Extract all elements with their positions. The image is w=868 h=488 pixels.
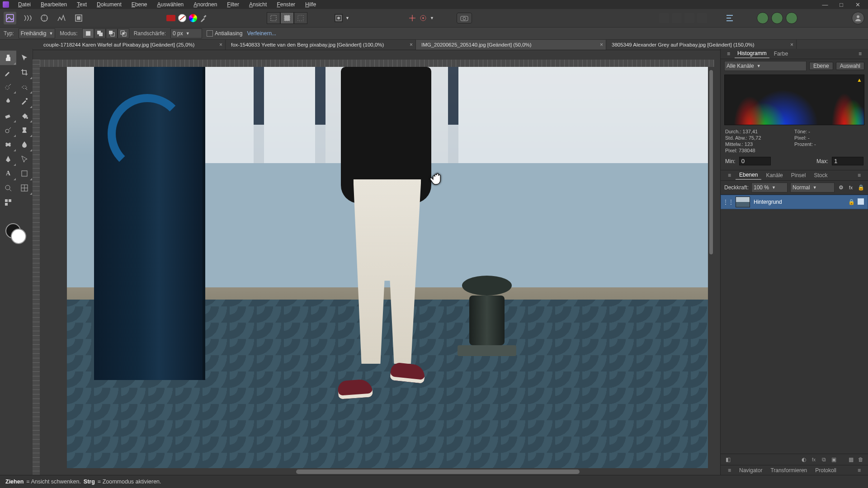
document-tab[interactable]: 3805349 Alexander Grey auf Pixabay.jpg [… bbox=[606, 40, 797, 50]
color-picker-icon[interactable] bbox=[200, 14, 208, 22]
blend-combo[interactable]: Normal▼ bbox=[790, 183, 835, 192]
marquee-rect-button[interactable] bbox=[267, 12, 280, 24]
export-persona-button[interactable] bbox=[72, 12, 85, 24]
arrange-back-button[interactable] bbox=[659, 13, 669, 23]
pen-tool[interactable] bbox=[0, 152, 16, 166]
close-tab-icon[interactable]: × bbox=[790, 42, 793, 48]
fx-icon[interactable]: fx bbox=[847, 184, 854, 191]
liquify-persona-button[interactable] bbox=[21, 12, 33, 24]
menu-ebene[interactable]: Ebene bbox=[127, 0, 152, 9]
chevron-down-icon[interactable]: ▼ bbox=[345, 16, 349, 20]
menu-text[interactable]: Text bbox=[72, 0, 91, 9]
menu-ansicht[interactable]: Ansicht bbox=[245, 0, 271, 9]
camera-button[interactable] bbox=[457, 13, 472, 23]
layer-list[interactable]: ⋮⋮ Hintergrund 🔒 bbox=[721, 195, 868, 454]
lock-icon[interactable]: 🔒 bbox=[857, 184, 864, 191]
menu-datei[interactable]: Datei bbox=[14, 0, 35, 9]
typ-combo[interactable]: Freihändig ▼ bbox=[19, 28, 56, 38]
channels-tab[interactable]: Kanäle bbox=[762, 171, 786, 179]
canvas-viewport[interactable] bbox=[40, 67, 714, 468]
document-tab[interactable]: couple-1718244 Karen Warfel auf Pixabay.… bbox=[38, 40, 226, 50]
layer-name[interactable]: Hintergrund bbox=[754, 199, 782, 205]
gear-icon[interactable]: ⚙ bbox=[837, 184, 844, 191]
mode-intersect-button[interactable] bbox=[118, 28, 129, 38]
brushes-tab[interactable]: Pinsel bbox=[788, 171, 810, 179]
close-button[interactable]: ✕ bbox=[850, 1, 865, 8]
maximize-button[interactable]: □ bbox=[834, 1, 849, 8]
fx-icon[interactable]: fx bbox=[810, 456, 817, 463]
account-avatar[interactable] bbox=[852, 12, 864, 24]
move-tool[interactable] bbox=[16, 51, 33, 65]
navigator-tab[interactable]: Navigator bbox=[736, 466, 766, 474]
layer-row[interactable]: ⋮⋮ Hintergrund 🔒 bbox=[721, 195, 868, 209]
stock-tab[interactable]: Stock bbox=[810, 171, 831, 179]
antialias-checkbox[interactable]: Antialiasing bbox=[207, 30, 242, 37]
mask-layer-icon[interactable]: ▣ bbox=[830, 456, 837, 463]
live-filter-icon[interactable]: ⧉ bbox=[820, 456, 827, 463]
sync-a-button[interactable] bbox=[757, 12, 769, 24]
sync-c-button[interactable] bbox=[786, 12, 797, 24]
close-tab-icon[interactable]: × bbox=[410, 42, 413, 48]
menu-bearbeiten[interactable]: Bearbeiten bbox=[36, 0, 71, 9]
delete-layer-icon[interactable]: 🗑 bbox=[857, 456, 864, 463]
blur-tool[interactable] bbox=[16, 137, 33, 152]
shape-tool[interactable] bbox=[16, 166, 33, 181]
menu-auswaehlen[interactable]: Auswählen bbox=[153, 0, 189, 9]
history-tab[interactable]: Protokoll bbox=[811, 466, 840, 474]
mode-add-button[interactable] bbox=[94, 28, 106, 38]
color-swatches[interactable] bbox=[5, 223, 26, 244]
node-tool[interactable] bbox=[16, 152, 33, 166]
close-tab-icon[interactable]: × bbox=[219, 42, 222, 48]
view-tool[interactable] bbox=[0, 51, 16, 65]
opacity-combo[interactable]: 100 %▼ bbox=[751, 183, 788, 192]
hist-max-input[interactable] bbox=[832, 157, 863, 165]
snap-target-icon[interactable] bbox=[419, 14, 427, 22]
layer-scope-button[interactable]: Ebene bbox=[809, 62, 833, 70]
layer-visible-checkbox[interactable] bbox=[858, 198, 864, 205]
arrange-backward-button[interactable] bbox=[672, 13, 682, 23]
photo-persona-button[interactable] bbox=[4, 12, 16, 24]
menu-dokument[interactable]: Dokument bbox=[92, 0, 126, 9]
layer-thumbnail[interactable] bbox=[736, 197, 750, 207]
panel-menu-icon[interactable]: ≡ bbox=[854, 171, 864, 179]
adjustment-icon[interactable]: ◐ bbox=[800, 456, 807, 463]
menu-hilfe[interactable]: Hilfe bbox=[301, 0, 321, 9]
clip-warning-icon[interactable]: ▲ bbox=[857, 77, 862, 83]
mode-subtract-button[interactable] bbox=[106, 28, 118, 38]
feather-input[interactable]: 0 px ▼ bbox=[170, 28, 202, 38]
flood-select-tool[interactable] bbox=[0, 94, 16, 108]
transform-tab[interactable]: Transformieren bbox=[767, 466, 811, 474]
marquee-filled-button[interactable] bbox=[280, 12, 294, 24]
refine-button[interactable]: Verfeinern... bbox=[247, 30, 276, 37]
color-tab[interactable]: Farbe bbox=[771, 50, 791, 58]
mode-new-button[interactable] bbox=[82, 28, 94, 38]
menu-icon[interactable]: ≡ bbox=[724, 171, 735, 179]
menu-anordnen[interactable]: Anordnen bbox=[189, 0, 222, 9]
close-tab-icon[interactable]: × bbox=[600, 42, 603, 48]
marquee-dashed-button[interactable] bbox=[294, 12, 307, 24]
layers-tab[interactable]: Ebenen bbox=[736, 171, 761, 180]
histogram-tab[interactable]: Histogramm bbox=[735, 49, 769, 58]
selection-brush-tool[interactable] bbox=[0, 80, 16, 94]
menu-filter[interactable]: Filter bbox=[222, 0, 244, 9]
arrange-front-button[interactable] bbox=[697, 13, 707, 23]
erase-tool[interactable] bbox=[0, 108, 16, 123]
menu-icon[interactable]: ≡ bbox=[724, 50, 733, 58]
lock-icon[interactable]: 🔒 bbox=[848, 198, 855, 206]
vertical-scrollbar[interactable] bbox=[708, 67, 714, 468]
no-color-icon[interactable] bbox=[178, 14, 186, 22]
document-tab[interactable]: fox-1540833 Yvette van den Berg pixabay.… bbox=[226, 40, 416, 50]
document-tab-active[interactable]: IMG_20200625_205140.jpg [Geändert] (50,0… bbox=[416, 40, 606, 50]
freehand-selection-tool[interactable] bbox=[16, 80, 33, 94]
hist-min-input[interactable] bbox=[739, 157, 771, 165]
chevron-down-icon[interactable]: ▼ bbox=[430, 16, 434, 20]
clone-tool[interactable] bbox=[16, 123, 33, 137]
channels-combo[interactable]: Alle Kanäle ▼ bbox=[724, 61, 807, 71]
menu-fenster[interactable]: Fenster bbox=[272, 0, 300, 9]
add-layer-icon[interactable]: ▦ bbox=[847, 456, 854, 463]
foreground-color-swatch[interactable] bbox=[11, 229, 26, 244]
crop-tool[interactable] bbox=[16, 65, 33, 80]
snap-icon[interactable] bbox=[408, 14, 416, 22]
fill-tool[interactable] bbox=[16, 108, 33, 123]
quickmask-button[interactable] bbox=[335, 14, 343, 22]
